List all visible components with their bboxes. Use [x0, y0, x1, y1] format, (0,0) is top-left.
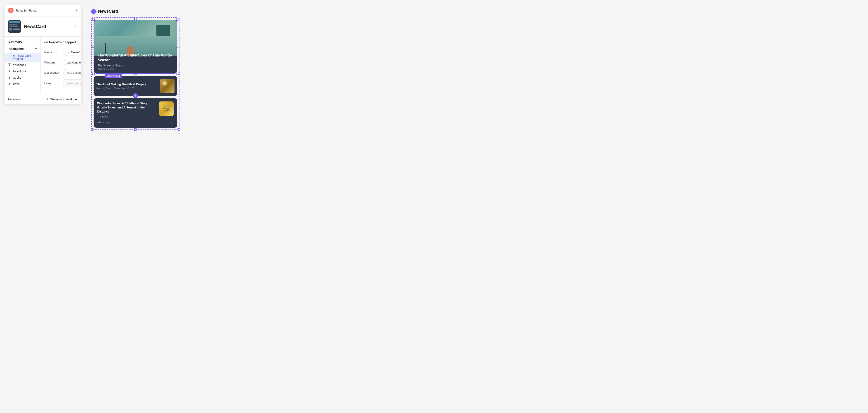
thumb-small-row: [9, 28, 20, 31]
bee-card-image: [159, 101, 174, 116]
thumb-bar-3: [9, 26, 18, 27]
thumb-small-box: [9, 28, 12, 31]
property-field-row: Property tap-handler ▾: [44, 59, 81, 66]
thumb-bar-1: [9, 21, 20, 23]
bee-card[interactable]: Wondering Hour: A Childhood Story, Grizz…: [94, 98, 177, 128]
logo-inner: [9, 9, 12, 12]
description-field-row: Description: [44, 69, 81, 76]
layer-value: view=hero-item ⊕: [64, 79, 81, 87]
close-button[interactable]: ×: [75, 8, 78, 12]
summary-title: Summary: [4, 40, 40, 46]
app-logo: [8, 8, 13, 13]
food-card-date: November 10, 2021: [114, 87, 136, 90]
component-header: NewsCard ⋮: [4, 17, 81, 37]
detail-column: on NewsCard tapped 🗑 Name Property tap-h…: [41, 37, 81, 94]
param-item-author[interactable]: T author: [4, 74, 40, 81]
bee-card-text: Wondering Hour: A Childhood Story, Grizz…: [97, 101, 156, 118]
description-input[interactable]: [64, 69, 81, 76]
app-title: Relay for Figma: [16, 9, 37, 12]
add-parameter-button[interactable]: +: [35, 46, 37, 51]
layer-field-row: Layer view=hero-item ⊕: [44, 79, 81, 87]
bee-image: [159, 101, 174, 116]
param-name-interaction: on NewsCard tapped: [13, 54, 37, 61]
preview-title-row: NewsCard: [91, 9, 859, 14]
hero-author: The Seasonal Sagas: [98, 64, 173, 67]
food-image: [160, 79, 175, 93]
name-field-row: Name: [44, 49, 81, 56]
food-card[interactable]: 354 × Hug + The Art of Making Breakfast …: [94, 76, 177, 96]
component-name: NewsCard: [24, 24, 46, 29]
description-label: Description: [44, 71, 61, 74]
preview-component-name: NewsCard: [98, 9, 118, 14]
relay-diamond-icon: [90, 8, 97, 14]
bee-card-headline: Wondering Hour: A Childhood Story, Grizz…: [97, 101, 156, 114]
hero-content: The Wonderful Architectures of This Wint…: [94, 50, 177, 73]
panel-body: Summary Parameters + ⟳ on NewsCard tappe…: [4, 37, 81, 94]
param-name-author: author: [13, 76, 23, 79]
selection-corner-bm: [134, 128, 136, 131]
text-icon-headline: T: [8, 70, 11, 73]
name-label: Name: [44, 51, 61, 54]
interaction-icon: ⟳: [8, 56, 11, 59]
param-name-headline: headline: [13, 70, 26, 73]
share-label: Share with developer: [50, 98, 78, 101]
bee-card-more-button[interactable]: ⋮: [170, 120, 174, 125]
text-icon-date: T: [8, 82, 11, 86]
layer-label: Layer: [44, 82, 61, 85]
thumb-small-lines: [13, 28, 20, 31]
hero-date: August 25, 2021: [98, 68, 173, 70]
food-card-meta: Morning Bre... November 10, 2021: [96, 87, 157, 90]
text-icon-author: T: [8, 76, 11, 80]
size-badge-plus: +: [133, 93, 138, 98]
hero-card[interactable]: The Wonderful Architectures of This Wint…: [94, 20, 177, 74]
param-item-headline[interactable]: T headline: [4, 68, 40, 74]
newscard-container: The Wonderful Architectures of This Wint…: [91, 18, 180, 130]
component-thumbnail: [8, 20, 21, 33]
selection-corner-br: [178, 128, 180, 131]
param-item-interaction[interactable]: ⟳ on NewsCard tapped: [4, 53, 40, 62]
thumb-bar-2: [9, 24, 17, 25]
food-card-image: [160, 79, 175, 93]
size-badge: 354 × Hug: [105, 73, 122, 78]
selection-corner-bl: [91, 128, 93, 131]
param-name-date: date: [13, 83, 20, 86]
share-button[interactable]: ↗ Share with developer: [46, 97, 78, 101]
bee-card-author: The Bees: [97, 115, 156, 118]
bee-card-inner: Wondering Hour: A Childhood Story, Grizz…: [97, 101, 174, 118]
window-element: [163, 26, 169, 30]
property-label: Property: [44, 61, 61, 64]
image-icon: ▣: [8, 63, 11, 67]
bee-card-time: 4 hours ago: [97, 121, 110, 124]
parameters-label: Parameters: [8, 47, 24, 51]
detail-header: on NewsCard tapped 🗑: [44, 40, 81, 44]
param-item-date[interactable]: T date: [4, 81, 40, 87]
food-card-headline: The Art of Making Breakfast Crepes: [96, 83, 157, 86]
app-header: Relay for Figma ×: [4, 4, 81, 17]
panel-footer: No errors ↗ Share with developer: [4, 94, 81, 104]
window-element2: [156, 26, 161, 30]
food-card-text: The Art of Making Breakfast Crepes Morni…: [96, 83, 157, 90]
summary-column: Summary Parameters + ⟳ on NewsCard tappe…: [4, 37, 41, 94]
property-select-wrapper: tap-handler ▾: [64, 59, 81, 66]
thumb-line-1: [13, 28, 20, 29]
parameters-header: Parameters +: [4, 46, 40, 53]
food-card-author: Morning Bre...: [96, 87, 112, 90]
param-name-thumbnail: thumbnail: [13, 63, 28, 67]
more-options-button[interactable]: ⋮: [74, 24, 78, 29]
right-panel: NewsCard: [87, 4, 864, 134]
layer-text: view=hero-item: [67, 82, 81, 85]
no-errors-label: No errors: [8, 98, 20, 101]
left-panel: Relay for Figma × NewsCard ⋮ Summary Par…: [4, 4, 81, 104]
hero-card-wrapper: The Wonderful Architectures of This Wint…: [94, 20, 177, 74]
bee-card-footer: 4 hours ago ⋮: [97, 120, 174, 125]
detail-title: on NewsCard tapped: [44, 40, 76, 44]
param-item-thumbnail[interactable]: ▣ thumbnail: [4, 62, 40, 68]
name-input[interactable]: [64, 49, 81, 56]
share-icon: ↗: [46, 97, 49, 101]
property-select[interactable]: tap-handler: [64, 59, 81, 66]
hero-headline: The Wonderful Architectures of This Wint…: [98, 53, 173, 63]
thumb-line-2: [13, 29, 20, 30]
